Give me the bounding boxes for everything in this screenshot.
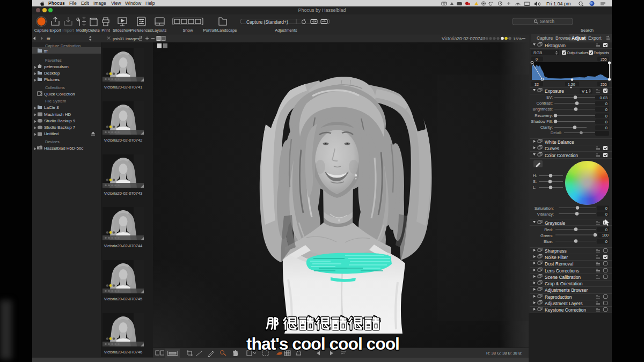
svg-text:100: 100 xyxy=(602,233,609,238)
svg-text:255: 255 xyxy=(601,83,607,86)
svg-text:Noise Filter: Noise Filter xyxy=(545,255,568,260)
svg-text:Curves: Curves xyxy=(545,146,559,151)
svg-text:R: 38 G: 38 B: 38 B:: R: 38 G: 38 B: 38 B: xyxy=(486,351,522,356)
svg-text:Macintosh HD: Macintosh HD xyxy=(44,112,71,117)
svg-text:Fri 1:04 pm: Fri 1:04 pm xyxy=(546,1,571,6)
svg-text:Saturation:: Saturation: xyxy=(535,206,554,211)
svg-text:Dust Removal: Dust Removal xyxy=(545,261,573,267)
svg-text:0: 0 xyxy=(605,120,608,124)
svg-text:Shadow Fill:: Shadow Fill: xyxy=(531,119,553,124)
svg-text:Scene Calibration: Scene Calibration xyxy=(545,275,581,280)
svg-text:Hasselblad H6D-50c: Hasselblad H6D-50c xyxy=(44,146,83,151)
svg-text:Capture (Standard+): Capture (Standard+) xyxy=(246,19,288,25)
svg-text:Export: Export xyxy=(588,35,602,41)
svg-text:Adjust: Adjust xyxy=(572,35,586,41)
svg-text:Histogram: Histogram xyxy=(545,43,566,48)
svg-text:Color Correction: Color Correction xyxy=(545,153,578,158)
svg-text:Red:: Red: xyxy=(544,227,553,232)
svg-text:L:: L: xyxy=(533,185,536,190)
svg-text:0: 0 xyxy=(605,107,608,112)
svg-text:Capture Destination: Capture Destination xyxy=(45,43,80,48)
svg-text:fff: fff xyxy=(44,49,48,54)
svg-text:Output values: Output values xyxy=(567,51,589,55)
svg-text:Lens Corrections: Lens Corrections xyxy=(545,268,579,274)
svg-text:Favorites: Favorites xyxy=(45,58,62,63)
svg-text:Keystone Correction: Keystone Correction xyxy=(545,307,586,313)
svg-text:Brightness:: Brightness: xyxy=(532,107,553,112)
svg-text:Victoria20-02-070746: Victoria20-02-070746 xyxy=(442,36,485,41)
svg-text:Devices: Devices xyxy=(45,139,60,144)
svg-text:32: 32 xyxy=(535,83,539,86)
svg-text:Studio Backup 9: Studio Backup 9 xyxy=(44,119,76,123)
svg-text:Pictures: Pictures xyxy=(44,77,60,82)
svg-text:Adjustment Layers: Adjustment Layers xyxy=(545,301,582,306)
svg-text:Quick Collection: Quick Collection xyxy=(44,92,75,97)
svg-text:Sharpness: Sharpness xyxy=(545,248,567,254)
svg-text:LaCie 8: LaCie 8 xyxy=(44,105,59,110)
svg-text:Clarity:: Clarity: xyxy=(540,125,553,130)
svg-text:RGB: RGB xyxy=(533,50,542,55)
svg-text:0: 0 xyxy=(605,206,608,211)
svg-text:Exposure: Exposure xyxy=(545,88,564,94)
svg-text:Crop & Orientation: Crop & Orientation xyxy=(545,281,583,286)
svg-text:H:: H: xyxy=(533,173,537,178)
svg-text:0.03: 0.03 xyxy=(599,95,608,100)
svg-text:Search: Search xyxy=(540,19,554,24)
svg-text:Desktop: Desktop xyxy=(44,71,60,76)
svg-text:psb01 images: psb01 images xyxy=(113,36,140,41)
svg-text:0: 0 xyxy=(605,212,608,217)
svg-text:White Balance: White Balance xyxy=(545,139,574,145)
svg-text:Browse: Browse xyxy=(555,35,571,41)
svg-text:Adjustments Browser: Adjustments Browser xyxy=(545,287,588,293)
svg-text:Reproduction: Reproduction xyxy=(545,294,572,300)
svg-text:Recovery:: Recovery: xyxy=(535,113,553,118)
svg-text:0: 0 xyxy=(605,125,608,130)
svg-text:0: 0 xyxy=(605,239,608,244)
svg-text:fff: fff xyxy=(47,36,50,41)
svg-text:255: 255 xyxy=(601,57,607,61)
svg-text:Endpoints: Endpoints xyxy=(594,51,610,55)
svg-text:0: 0 xyxy=(605,227,608,232)
svg-text:EV:: EV: xyxy=(546,95,553,100)
svg-text:Vibrancy:: Vibrancy: xyxy=(537,212,554,217)
svg-text:S:: S: xyxy=(533,179,537,184)
svg-text:Grayscale: Grayscale xyxy=(545,220,566,226)
svg-text:Contrast:: Contrast: xyxy=(537,101,553,106)
svg-text:Capture: Capture xyxy=(537,35,553,41)
svg-text:0: 0 xyxy=(536,57,538,61)
svg-text:15%: 15% xyxy=(513,36,522,41)
svg-text:Blue:: Blue: xyxy=(544,239,553,244)
svg-text:Collections: Collections xyxy=(45,85,65,90)
svg-text:1.20: 1.20 xyxy=(568,83,575,86)
svg-text:0: 0 xyxy=(605,101,608,106)
svg-text:V 1: V 1 xyxy=(582,89,588,94)
svg-text:Green:: Green: xyxy=(540,233,553,238)
svg-text:Untitled: Untitled xyxy=(44,131,58,136)
svg-text:petercoulson: petercoulson xyxy=(44,64,69,69)
svg-text:File System: File System xyxy=(45,99,66,104)
svg-text:Studio Backup 7: Studio Backup 7 xyxy=(44,125,76,130)
svg-text:Detail:: Detail: xyxy=(551,130,562,135)
svg-text:0: 0 xyxy=(605,114,608,119)
